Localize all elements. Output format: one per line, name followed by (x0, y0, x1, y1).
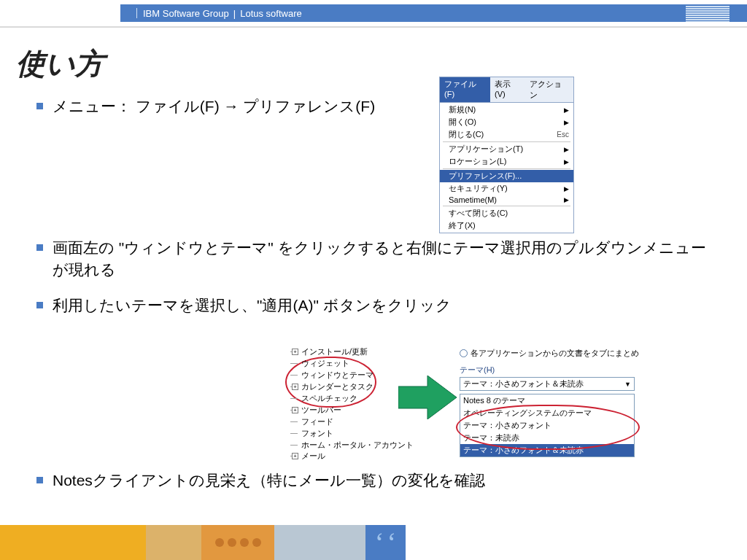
footer-segment (274, 525, 365, 560)
header-divider-left (136, 8, 137, 18)
svg-rect-0 (686, 6, 729, 7)
dot-icon (228, 538, 236, 547)
header-underline (0, 26, 747, 28)
radio-icon[interactable] (460, 349, 468, 357)
bullet-1: メニュー： ファイル(F) → プリファレンス(F) (36, 96, 401, 117)
svg-rect-6 (686, 19, 729, 20)
tree-item[interactable]: +メール (292, 451, 414, 462)
footer-decorative-band: ‘‘ (0, 525, 747, 560)
slide-title: 使い方 (0, 26, 747, 90)
tree-item[interactable]: +インストール/更新 (292, 346, 414, 358)
tree-expand-icon[interactable]: + (292, 349, 298, 355)
tree-item[interactable]: +ツールバー (292, 405, 414, 416)
header-product: Lotus software (240, 8, 302, 19)
quote-icon: ‘ (375, 532, 384, 553)
tree-item[interactable]: スペルチェック (292, 393, 414, 405)
tree-item[interactable]: +カレンダーとタスク (292, 381, 414, 393)
tree-item[interactable]: ホーム・ポータル・アカウント (292, 440, 414, 451)
green-arrow-icon (398, 376, 457, 419)
svg-rect-1 (686, 8, 729, 9)
bullet-4: Notesクライアントの見栄え（特にメール一覧）の変化を確認 (36, 470, 721, 491)
preferences-tree: +インストール/更新 ウィジェット ウィンドウとテーマ +カレンダーとタスク ス… (292, 346, 414, 462)
tree-expand-icon[interactable]: + (292, 407, 298, 413)
header-group: IBM Software Group (143, 8, 229, 19)
theme-option-selected[interactable]: テーマ：小さめフォント＆未読赤 (460, 444, 634, 456)
preferences-screenshot: +インストール/更新 ウィジェット ウィンドウとテーマ +カレンダーとタスク ス… (292, 346, 700, 470)
tab-grouping-radio[interactable]: 各アプリケーションからの文書をタブにまとめ (460, 348, 693, 359)
dot-icon (240, 538, 249, 547)
chevron-down-icon[interactable]: ▼ (624, 381, 631, 388)
tree-item-window-theme[interactable]: ウィンドウとテーマ (292, 370, 414, 381)
footer-segment-dots (201, 525, 274, 560)
theme-combo[interactable]: テーマ：小さめフォント＆未読赤 ▼ (460, 377, 635, 391)
quote-icon: ‘ (387, 532, 397, 553)
footer-segment (406, 525, 747, 560)
theme-panel: 各アプリケーションからの文書をタブにまとめ テーマ(H) テーマ：小さめフォント… (460, 346, 693, 457)
svg-rect-4 (686, 15, 729, 16)
theme-list[interactable]: Notes 8 のテーマ オペレーティングシステムのテーマ テーマ：小さめフォン… (460, 394, 635, 457)
dot-icon (215, 538, 224, 547)
theme-option[interactable]: オペレーティングシステムのテーマ (460, 407, 634, 419)
theme-section-label: テーマ(H) (460, 365, 693, 376)
svg-rect-5 (686, 17, 729, 18)
footer-segment-quotes: ‘‘ (365, 525, 406, 560)
svg-rect-7 (686, 21, 729, 22)
bullet-3: 利用したいテーマを選択し、"適用(A)" ボタンをクリック (36, 295, 721, 316)
svg-marker-8 (398, 376, 457, 419)
svg-rect-2 (686, 10, 729, 12)
theme-option[interactable]: テーマ：小さめフォント (460, 419, 634, 432)
footer-segment (0, 525, 146, 560)
header: IBM Software Group | Lotus software (0, 0, 747, 26)
theme-option[interactable]: テーマ：未読赤 (460, 432, 634, 444)
tree-expand-icon[interactable]: + (292, 453, 298, 459)
bullet-2: 画面左の "ウィンドウとテーマ" をクリックすると右側にテーマ選択用のプルダウン… (36, 237, 721, 280)
tree-item[interactable]: フォント (292, 428, 414, 440)
svg-rect-3 (686, 12, 729, 14)
dot-icon (252, 538, 261, 547)
header-blue-strip: IBM Software Group | Lotus software (120, 4, 747, 22)
tree-expand-icon[interactable]: + (292, 384, 298, 390)
tree-item[interactable]: フィード (292, 416, 414, 428)
ibm-logo-icon (686, 6, 729, 22)
header-sep: | (233, 8, 236, 19)
footer-segment (146, 525, 201, 560)
theme-option[interactable]: Notes 8 のテーマ (460, 394, 634, 407)
tree-item[interactable]: ウィジェット (292, 358, 414, 370)
